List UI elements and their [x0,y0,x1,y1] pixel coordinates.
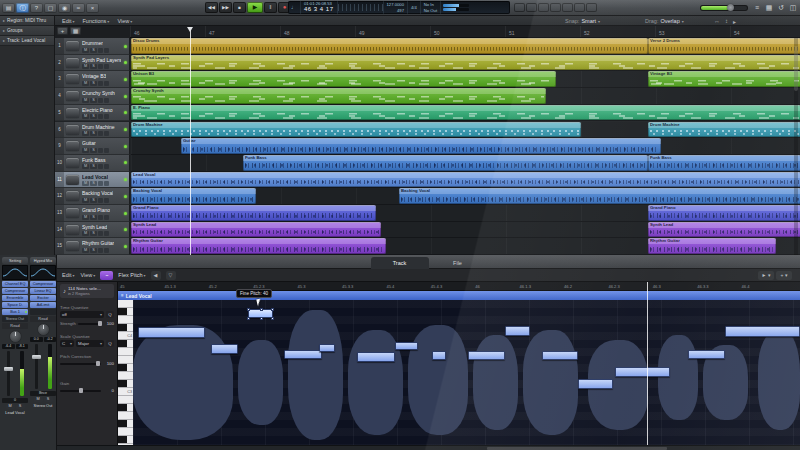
region-disco-drums[interactable]: Disco Drums [131,38,648,54]
pointer-tool-menu[interactable]: ► ▾ [758,271,774,280]
flex-pitch-note[interactable] [138,327,205,338]
automation-read-button[interactable]: Read [2,323,28,329]
inspector-section-groups[interactable]: ▸Groups [0,26,54,36]
input-monitor-button[interactable] [98,131,103,136]
note-handle[interactable] [271,308,274,311]
solo-button[interactable]: S [90,148,97,153]
pan-knob[interactable] [38,324,49,335]
track-header-funk-bass[interactable]: 10Funk BassMS [55,155,130,172]
drag-menu[interactable]: Drag: Overlap ▾ [645,16,684,26]
flex-pitch-note[interactable] [468,351,505,360]
region-backing-vocal[interactable]: Backing Vocal [131,188,256,204]
mute-button[interactable]: M [82,198,89,203]
track-grid-button[interactable]: ▦ [70,27,81,35]
menu-view[interactable]: View▾ [117,18,132,24]
automation-read-button[interactable]: Read [30,316,56,322]
mute-button[interactable]: M [82,81,89,86]
track-lane[interactable]: Guitar [131,138,800,155]
track-lane[interactable]: Synth LeadSynth Lead [131,222,800,239]
note-pads-icon[interactable]: ▦ [764,2,774,13]
track-lane[interactable]: Rhythm GuitarRhythm Guitar [131,238,800,255]
piano-key[interactable] [118,300,133,308]
record-enable-button[interactable] [104,215,109,220]
region-grand-piano[interactable]: Grand Piano [131,205,376,221]
lcd-display[interactable]: ♩ 01:01:26:08.53 46 3 4 17 127.0000 497 … [288,1,510,14]
zoom-v-icon[interactable]: ↕ [725,18,728,24]
solo-button[interactable]: S [16,404,25,409]
piano-key[interactable] [118,316,133,324]
solo-button[interactable]: S [90,131,97,136]
input-monitor-button[interactable] [98,114,103,119]
stop-button[interactable]: ■ [233,2,246,13]
piano-key[interactable] [118,380,133,388]
region-rhythm-guitar[interactable]: Rhythm Guitar [648,238,776,254]
region-rhythm-guitar[interactable]: Rhythm Guitar [131,238,386,254]
library-icon[interactable]: ▤ [2,3,15,13]
input-monitor-button[interactable] [98,148,103,153]
record-enable-button[interactable] [104,114,109,119]
track-lane[interactable]: Disco DrumsVerse 2 Drums [131,38,800,55]
solo-button[interactable]: S [90,215,97,220]
flex-pitch-note[interactable] [319,344,335,352]
list-editors-icon[interactable]: ≡ [752,2,762,13]
editor-scroll-strip[interactable] [57,445,800,450]
scale-apply-button[interactable]: Q [106,340,114,347]
lcd-signature-block[interactable]: 4/4 [408,1,421,14]
piano-key[interactable] [118,372,133,380]
input-monitor-button[interactable] [98,81,103,86]
region-e-piano[interactable]: E. Piano [131,105,800,121]
plugin-slot-channel-eq[interactable]: Channel EQ [2,281,28,287]
strength-slider[interactable] [78,320,101,327]
region-guitar[interactable]: Guitar [181,138,661,154]
quantize-apply-button[interactable]: Q [106,311,114,318]
flex-mode-select[interactable]: Flex Pitch ▾ [118,272,145,278]
track-header-synth-lead[interactable]: 14Synth LeadMS [55,222,130,239]
media-browser-icon[interactable]: ◫ [788,2,798,13]
track-header-guitar[interactable]: 9GuitarMS [55,138,130,155]
solo-button[interactable]: S [44,397,53,402]
piano-keyboard[interactable]: C4C3 [118,300,133,445]
region-funk-bass[interactable]: Funk Bass [648,155,800,171]
plugin-slot-compressor[interactable]: Compressor [30,281,56,287]
input-monitor-button[interactable] [98,64,103,69]
flex-pitch-note[interactable] [248,309,273,318]
region-funk-bass[interactable]: Funk Bass [243,155,648,171]
secondary-tool-menu[interactable]: + ▾ [776,271,792,280]
solo-button[interactable]: S [90,81,97,86]
flex-pitch-note[interactable] [357,352,395,362]
input-monitor-button[interactable] [98,48,103,53]
flex-pitch-note[interactable] [395,342,418,350]
mute-button[interactable]: M [82,248,89,253]
mute-button[interactable]: M [82,181,89,186]
track-lane[interactable]: Lead Vocal [131,172,800,189]
flex-pitch-note[interactable] [725,326,800,337]
solo-button[interactable]: S [90,164,97,169]
region-synth-lead[interactable]: Synth Lead [131,222,381,238]
plugin-slot-adlimit[interactable]: AdLimit [30,302,56,308]
volume-fader[interactable] [30,343,56,390]
piano-key[interactable] [118,436,133,444]
flex-pitch-note[interactable] [578,379,613,389]
input-monitor-button[interactable] [98,98,103,103]
pan-knob[interactable] [10,331,21,342]
send-slot[interactable]: Bus 1 [2,309,28,315]
flex-pitch-note[interactable] [688,350,725,359]
volume-fader[interactable] [2,350,28,397]
mute-button[interactable]: M [82,131,89,136]
piano-key[interactable] [118,308,133,316]
track-lane[interactable]: Funk BassFunk Bass [131,155,800,172]
flex-pitch-note[interactable] [505,326,530,336]
record-enable-button[interactable] [104,48,109,53]
playhead[interactable] [190,27,191,255]
scale-type-select[interactable]: Major▾ [76,340,104,347]
lcd-position-block[interactable]: 01:01:26:08.53 46 3 4 17 [301,1,338,14]
scale-root-select[interactable]: C▾ [60,340,74,347]
region-unison-b3[interactable]: Unison B3 [131,71,556,87]
strip-extra-button[interactable]: 0 [2,398,28,403]
editor-ruler[interactable]: 4545.1.345.245.2.345.345.3.345.445.4.346… [118,282,800,291]
cycle-button[interactable] [514,3,525,12]
track-header-drummer[interactable]: 1DrummerMS [55,38,130,55]
mixer-icon[interactable]: ≈ [72,3,85,13]
menu-edit[interactable]: Edit▾ [62,18,75,24]
plugin-slot-exciter[interactable]: Exciter [30,295,56,301]
